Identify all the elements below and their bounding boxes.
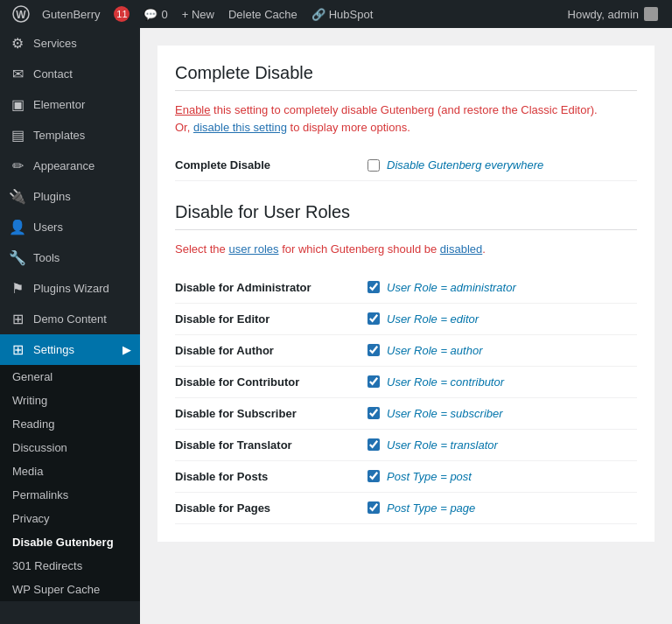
howdy-text: Howdy, admin <box>561 7 665 21</box>
sidebar-sub-discussion[interactable]: Discussion <box>0 436 140 459</box>
sidebar-label-contact: Contact <box>33 67 73 81</box>
role-checkbox-pages[interactable] <box>368 501 380 514</box>
role-value-label-author: User Role = author <box>387 344 482 357</box>
role-label-subscriber: Disable for Subscriber <box>175 407 368 420</box>
disabled-link[interactable]: disabled <box>440 242 482 256</box>
role-checkbox-editor[interactable] <box>368 312 380 325</box>
disable-roles-title: Disable for User Roles <box>175 202 637 230</box>
updates-count[interactable]: 11 <box>107 0 136 28</box>
sidebar-item-appearance[interactable]: ✏ Appearance <box>0 151 140 181</box>
delete-cache-button[interactable]: Delete Cache <box>221 0 304 28</box>
topbar: W GutenBerry 11 💬0 + New Delete Cache 🔗H… <box>0 0 672 28</box>
plugins-icon: 🔌 <box>9 188 26 205</box>
complete-disable-value: Disable Gutenberg everywhere <box>368 158 543 172</box>
sidebar-item-contact[interactable]: ✉ Contact <box>0 59 140 89</box>
sidebar-label-plugins-wizard: Plugins Wizard <box>33 282 109 295</box>
role-checkbox-contributor[interactable] <box>368 375 380 388</box>
role-value-label-translator: User Role = translator <box>387 438 498 452</box>
hubspot-button[interactable]: 🔗HubSpot <box>304 0 381 28</box>
sidebar-item-demo-content[interactable]: ⊞ Demo Content <box>0 304 140 334</box>
users-icon: 👤 <box>9 219 26 235</box>
role-row-pages: Disable for Pages Post Type = page <box>175 493 637 524</box>
sidebar-item-tools[interactable]: 🔧 Tools <box>0 242 140 273</box>
role-checkbox-translator[interactable] <box>368 438 380 451</box>
role-label-author: Disable for Author <box>175 344 368 357</box>
sidebar-item-elementor[interactable]: ▣ Elementor <box>0 89 140 120</box>
sidebar-sub-writing[interactable]: Writing <box>0 389 140 412</box>
sidebar-label-plugins: Plugins <box>33 190 71 203</box>
sidebar-sub-disable-gutenberg[interactable]: Disable Gutenberg <box>0 530 140 554</box>
site-name[interactable]: GutenBerry <box>35 0 107 28</box>
sidebar-sub-permalinks[interactable]: Permalinks <box>0 483 140 507</box>
role-checkbox-posts[interactable] <box>368 470 380 482</box>
role-value-author: User Role = author <box>368 344 482 357</box>
role-label-editor: Disable for Editor <box>175 312 368 326</box>
role-value-label-editor: User Role = editor <box>387 312 479 326</box>
role-value-label-contributor: User Role = contributor <box>387 375 504 389</box>
sidebar-label-elementor: Elementor <box>33 98 85 111</box>
disable-roles-notice: Select the user roles for which Gutenber… <box>175 241 637 258</box>
sidebar-label-demo-content: Demo Content <box>33 312 107 326</box>
new-button[interactable]: + New <box>175 0 221 28</box>
sidebar-label-settings: Settings <box>33 343 74 356</box>
tools-icon: 🔧 <box>9 249 26 266</box>
complete-disable-value-label[interactable]: Disable Gutenberg everywhere <box>387 158 543 172</box>
complete-disable-row: Complete Disable Disable Gutenberg every… <box>175 150 637 181</box>
role-value-posts: Post Type = post <box>368 470 472 483</box>
wp-logo[interactable]: W <box>7 0 35 28</box>
role-value-translator: User Role = translator <box>368 438 498 452</box>
complete-disable-checkbox[interactable] <box>368 159 380 172</box>
role-value-pages: Post Type = page <box>368 501 475 515</box>
sidebar-label-services: Services <box>33 37 77 50</box>
comments-count[interactable]: 💬0 <box>136 0 174 28</box>
sidebar-label-appearance: Appearance <box>33 159 94 172</box>
sidebar-sub-301-redirects[interactable]: 301 Redirects <box>0 554 140 578</box>
role-row-translator: Disable for Translator User Role = trans… <box>175 430 637 461</box>
svg-text:W: W <box>16 9 26 21</box>
role-value-contributor: User Role = contributor <box>368 375 504 389</box>
role-value-editor: User Role = editor <box>368 312 479 326</box>
role-row-contributor: Disable for Contributor User Role = cont… <box>175 367 637 398</box>
sidebar-sub-wp-super-cache[interactable]: WP Super Cache <box>0 578 140 601</box>
role-checkbox-author[interactable] <box>368 344 380 356</box>
sidebar: ⚙ Services ✉ Contact ▣ Elementor ▤ Templ… <box>0 28 140 624</box>
role-label-posts: Disable for Posts <box>175 470 368 483</box>
elementor-icon: ▣ <box>9 96 26 113</box>
complete-disable-notice: Enable this setting to completely disabl… <box>175 102 637 136</box>
templates-icon: ▤ <box>9 127 26 144</box>
sidebar-sub-media[interactable]: Media <box>0 459 140 483</box>
role-value-label-pages: Post Type = page <box>387 501 475 515</box>
plugins-wizard-icon: ⚑ <box>9 280 26 297</box>
sidebar-submenu: General Writing Reading Discussion Media… <box>0 365 140 601</box>
active-indicator: ▶ <box>122 343 131 356</box>
role-label-administrator: Disable for Administrator <box>175 281 368 294</box>
sidebar-item-settings[interactable]: ⊞ Settings ▶ <box>0 334 140 365</box>
sidebar-item-plugins-wizard[interactable]: ⚑ Plugins Wizard <box>0 273 140 304</box>
role-row-subscriber: Disable for Subscriber User Role = subsc… <box>175 398 637 430</box>
disable-link[interactable]: disable this setting <box>193 121 287 134</box>
sidebar-item-plugins[interactable]: 🔌 Plugins <box>0 181 140 212</box>
user-roles-link[interactable]: user roles <box>228 242 278 256</box>
complete-disable-label: Complete Disable <box>175 158 368 172</box>
role-value-subscriber: User Role = subscriber <box>368 407 503 420</box>
demo-content-icon: ⊞ <box>9 311 26 327</box>
role-value-label-subscriber: User Role = subscriber <box>387 407 503 420</box>
main-content: Complete Disable Enable this setting to … <box>140 28 672 624</box>
role-row-posts: Disable for Posts Post Type = post <box>175 461 637 493</box>
sidebar-item-templates[interactable]: ▤ Templates <box>0 120 140 151</box>
role-row-author: Disable for Author User Role = author <box>175 335 637 367</box>
sidebar-sub-privacy[interactable]: Privacy <box>0 507 140 530</box>
enable-link[interactable]: Enable <box>175 103 210 116</box>
sidebar-sub-general[interactable]: General <box>0 365 140 389</box>
sidebar-label-templates: Templates <box>33 129 85 142</box>
appearance-icon: ✏ <box>9 158 26 174</box>
role-checkbox-subscriber[interactable] <box>368 407 380 419</box>
sidebar-label-tools: Tools <box>33 251 60 264</box>
role-checkbox-administrator[interactable] <box>368 281 380 293</box>
admin-avatar <box>644 7 658 21</box>
sidebar-item-services[interactable]: ⚙ Services <box>0 28 140 59</box>
sidebar-sub-reading[interactable]: Reading <box>0 412 140 436</box>
role-value-administrator: User Role = administrator <box>368 281 516 294</box>
sidebar-item-users[interactable]: 👤 Users <box>0 212 140 242</box>
role-value-label-administrator: User Role = administrator <box>387 281 516 294</box>
